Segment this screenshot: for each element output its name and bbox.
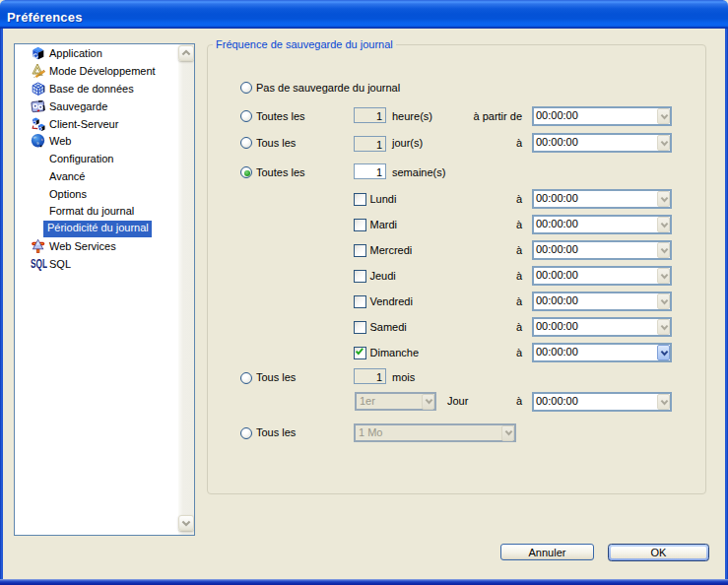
svg-text:SQL: SQL (31, 257, 47, 271)
